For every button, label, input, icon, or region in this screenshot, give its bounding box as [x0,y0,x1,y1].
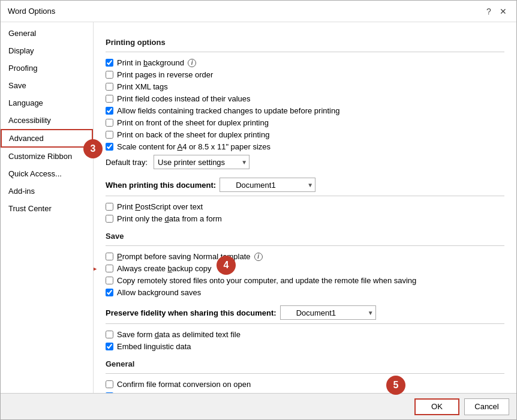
print-front-duplex-label[interactable]: Print on front of the sheet for duplex p… [117,118,269,127]
when-printing-label: When printing this document: [106,181,216,190]
sidebar-item-save[interactable]: Save [1,77,93,94]
default-tray-select[interactable]: Use printer settings Auto select Tray 1 … [154,155,250,169]
help-button[interactable]: ? [483,5,495,17]
sidebar-item-trust-center[interactable]: Trust Center [1,200,93,217]
print-bg-info-icon[interactable]: i [188,59,196,67]
prompt-normal-template-checkbox[interactable] [106,253,113,260]
print-xml-checkbox[interactable] [106,83,113,91]
content-scroll: Printing options Print in background i P… [106,38,504,393]
copy-remote-checkbox[interactable] [106,277,113,284]
save-form-data-checkbox[interactable] [106,331,113,338]
print-xml-row: Print XML tags [106,82,504,91]
always-backup-label[interactable]: Always create backup copy [117,264,212,273]
save-form-data-row: Save form data as delimited text file [106,330,504,339]
preserve-fidelity-doc-wrapper: 📄 Document1 ▼ [280,305,376,320]
print-reverse-label[interactable]: Print pages in reverse order [117,70,213,79]
ok-btn-wrapper: 5 OK [414,398,459,415]
preserve-fidelity-divider [106,323,504,324]
when-printing-row: When printing this document: 📄 Document1… [106,178,504,192]
print-front-duplex-row: Print on front of the sheet for duplex p… [106,118,504,127]
allow-bg-saves-label[interactable]: Allow background saves [117,288,201,297]
general-divider [106,373,504,374]
sidebar: General Display Proofing Save Language A… [1,22,94,393]
embed-linguistic-row: Embed linguistic data [106,342,504,351]
embed-linguistic-label[interactable]: Embed linguistic data [117,342,191,351]
print-bg-checkbox[interactable] [106,59,113,67]
update-auto-links-label[interactable]: Update automatic links at open [117,392,224,393]
sidebar-item-advanced[interactable]: Advanced [1,129,93,148]
copy-remote-row: Copy remotely stored files onto your com… [106,276,504,285]
embed-linguistic-checkbox[interactable] [106,343,113,350]
print-postscript-checkbox[interactable] [106,203,113,211]
printing-options-title: Printing options [106,38,504,47]
print-field-codes-checkbox[interactable] [106,95,113,103]
sidebar-item-proofing[interactable]: Proofing [1,59,93,77]
sidebar-item-display[interactable]: Display [1,42,93,59]
copy-remote-label[interactable]: Copy remotely stored files onto your com… [117,276,416,285]
update-auto-links-row: Update automatic links at open [106,392,504,393]
print-field-codes-label[interactable]: Print field codes instead of their value… [117,94,251,103]
print-back-duplex-row: Print on back of the sheet for duplex pr… [106,130,504,139]
confirm-format-label[interactable]: Confirm file format conversion on open [117,380,251,389]
allow-fields-tracked-label[interactable]: Allow fields containing tracked changes … [117,106,339,115]
sidebar-item-accessibility[interactable]: Accessibility [1,112,93,129]
sidebar-item-general[interactable]: General [1,25,93,42]
title-bar-controls: ? ✕ [483,5,509,17]
allow-bg-saves-checkbox[interactable] [106,289,113,296]
prompt-normal-template-row: Prompt before saving Normal template i [106,252,504,261]
cancel-button[interactable]: Cancel [464,398,509,415]
print-front-duplex-checkbox[interactable] [106,119,113,127]
print-xml-label[interactable]: Print XML tags [117,82,168,91]
save-form-data-label[interactable]: Save form data as delimited text file [117,330,241,339]
prompt-normal-template-label[interactable]: Prompt before saving Normal template [117,252,251,261]
sidebar-item-quick-access[interactable]: Quick Access... [1,165,93,182]
print-reverse-row: Print pages in reverse order [106,70,504,79]
scale-content-row: Scale content for A4 or 8.5 x 11" paper … [106,142,504,151]
print-bg-row: Print in background i [106,58,504,67]
sidebar-item-customize-ribbon[interactable]: Customize Ribbon [1,148,93,165]
scale-content-checkbox[interactable] [106,143,113,151]
print-postscript-row: Print PostScript over text [106,202,504,211]
print-reverse-checkbox[interactable] [106,71,113,79]
allow-fields-tracked-checkbox[interactable] [106,107,113,115]
dialog-title: Word Options [8,7,55,16]
close-button[interactable]: ✕ [497,5,509,17]
allow-fields-tracked-row: Allow fields containing tracked changes … [106,106,504,115]
default-tray-select-wrapper: Use printer settings Auto select Tray 1 … [154,155,250,169]
save-divider [106,245,504,246]
print-form-data-checkbox[interactable] [106,215,113,223]
default-tray-row: Default tray: Use printer settings Auto … [106,155,504,169]
content-area: Printing options Print in background i P… [94,22,516,393]
print-back-duplex-checkbox[interactable] [106,131,113,139]
always-backup-checkbox[interactable] [106,265,113,272]
preserve-fidelity-doc-select[interactable]: Document1 [280,305,376,320]
prompt-normal-info-icon[interactable]: i [254,253,263,261]
print-bg-label[interactable]: Print in background [117,58,184,67]
when-printing-divider [106,196,504,196]
always-backup-row: ▶ Always create backup copy 4 [106,264,504,273]
general-section-title: General [106,359,504,368]
default-tray-label: Default tray: [106,158,148,167]
preserve-fidelity-row: Preserve fidelity when sharing this docu… [106,305,504,320]
ok-button[interactable]: OK [414,398,459,415]
confirm-format-row: Confirm file format conversion on open [106,380,504,389]
sidebar-item-add-ins[interactable]: Add-ins [1,182,93,200]
title-bar: Word Options ? ✕ [1,1,516,22]
scale-content-label[interactable]: Scale content for A4 or 8.5 x 11" paper … [117,142,270,151]
print-postscript-label[interactable]: Print PostScript over text [117,202,203,211]
print-form-data-label[interactable]: Print only the data from a form [117,214,222,223]
when-printing-doc-wrapper: 📄 Document1 ▼ [220,178,315,192]
print-form-data-row: Print only the data from a form [106,214,504,223]
sidebar-item-language[interactable]: Language [1,94,93,112]
word-options-dialog: Word Options ? ✕ General Display Proofin… [0,0,517,420]
save-section-title: Save [106,232,504,241]
dialog-footer: 5 OK Cancel [1,393,516,419]
confirm-format-checkbox[interactable] [106,380,113,388]
allow-bg-saves-row: Allow background saves [106,288,504,297]
preserve-fidelity-label: Preserve fidelity when sharing this docu… [106,308,276,317]
when-printing-doc-select[interactable]: Document1 [220,178,315,192]
update-auto-links-checkbox[interactable] [106,392,113,393]
print-field-codes-row: Print field codes instead of their value… [106,94,504,103]
print-back-duplex-label[interactable]: Print on back of the sheet for duplex pr… [117,130,269,139]
dialog-body: General Display Proofing Save Language A… [1,22,516,393]
